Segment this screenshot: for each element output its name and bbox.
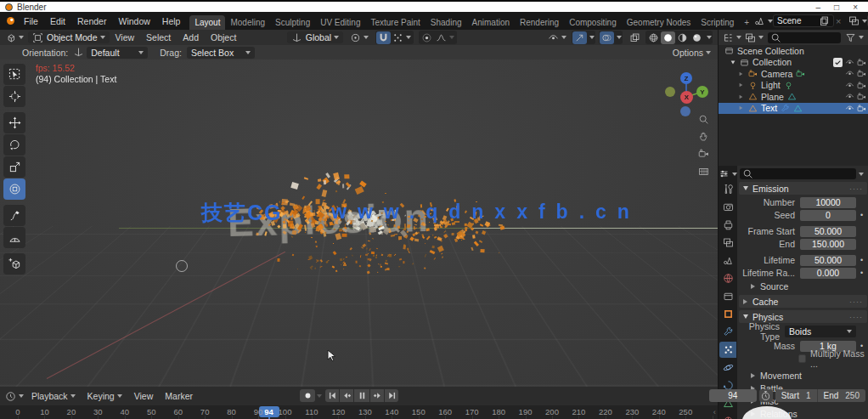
- viewport-menu-select[interactable]: Select: [140, 31, 177, 44]
- shading-wireframe-button[interactable]: [646, 31, 661, 44]
- show-overlays-toggle[interactable]: [600, 31, 614, 44]
- properties-tab-modifiers[interactable]: [719, 324, 736, 340]
- gizmo-y-axis[interactable]: Y: [696, 86, 708, 98]
- outliner-row-text[interactable]: Text: [719, 103, 868, 115]
- gizmo-z-axis[interactable]: Z: [680, 72, 692, 84]
- viewport-menu-view[interactable]: View: [110, 31, 141, 44]
- outliner-row-camera[interactable]: Camera: [719, 68, 868, 80]
- cameraobj-data-icon[interactable]: [796, 69, 805, 78]
- tool-annotate[interactable]: [3, 205, 25, 226]
- menu-render[interactable]: Render: [71, 14, 112, 28]
- tool-select-box[interactable]: [3, 64, 25, 85]
- snap-settings-button[interactable]: [391, 31, 413, 44]
- minimize-button[interactable]: –: [816, 3, 821, 12]
- scene-name-field[interactable]: Scene: [773, 14, 834, 27]
- value-field[interactable]: 50.000: [800, 226, 856, 237]
- render-visibility-icon[interactable]: [857, 92, 866, 101]
- camera-view-control[interactable]: [694, 144, 713, 161]
- timeline-menu-view[interactable]: View: [128, 389, 160, 403]
- emission-section-header[interactable]: Emission ····: [739, 182, 867, 195]
- collection-checkbox[interactable]: [833, 58, 843, 67]
- proportional-edit-toggle[interactable]: [420, 31, 434, 44]
- record-button[interactable]: [300, 389, 315, 402]
- value-field[interactable]: 0.000: [800, 268, 856, 279]
- properties-tab-world[interactable]: [719, 270, 736, 286]
- timeline-menu-keying[interactable]: Keying: [82, 389, 128, 403]
- workspace-tab-scripting[interactable]: Scripting: [696, 15, 739, 30]
- options-button[interactable]: Options: [673, 48, 711, 58]
- show-object-types-button[interactable]: [546, 31, 568, 44]
- render-visibility-icon[interactable]: [857, 81, 866, 90]
- subpanel-source[interactable]: Source: [739, 280, 867, 292]
- pause-button[interactable]: [354, 389, 369, 402]
- pan-control[interactable]: [694, 127, 713, 144]
- value-field[interactable]: 150.000: [800, 239, 856, 250]
- shading-solid-button[interactable]: [661, 31, 675, 44]
- current-frame-field[interactable]: 94: [709, 389, 757, 402]
- tool-move[interactable]: [3, 112, 25, 133]
- outliner-filter-button[interactable]: [843, 31, 865, 44]
- value-field[interactable]: 50.000: [800, 255, 856, 266]
- properties-tab-physics[interactable]: [719, 360, 736, 376]
- viewport-menu-object[interactable]: Object: [205, 31, 242, 44]
- frame-end-field[interactable]: End250: [817, 389, 865, 402]
- workspace-tab-animation[interactable]: Animation: [467, 15, 515, 30]
- hide-icon[interactable]: [845, 92, 854, 101]
- render-visibility-icon[interactable]: [857, 69, 866, 78]
- outliner-row-plane[interactable]: Plane: [719, 91, 868, 103]
- animate-dot[interactable]: •: [856, 269, 867, 277]
- multiply-mass-checkbox[interactable]: [798, 354, 806, 363]
- subpanel-movement[interactable]: Movement: [739, 369, 867, 382]
- frame-start-field[interactable]: Start1: [775, 389, 817, 402]
- xray-toggle[interactable]: [628, 31, 642, 44]
- editor-type-button[interactable]: [3, 31, 25, 44]
- jump-to-start-button[interactable]: [325, 389, 339, 402]
- outliner-search-input[interactable]: [768, 32, 841, 43]
- next-keyframe-button[interactable]: [370, 389, 384, 402]
- hide-icon[interactable]: [845, 104, 854, 113]
- previous-keyframe-button[interactable]: [340, 389, 353, 402]
- workspace-tab-texture-paint[interactable]: Texture Paint: [365, 15, 425, 30]
- orientation-dropdown[interactable]: Global: [287, 31, 343, 43]
- scene-icon[interactable]: [754, 15, 765, 26]
- value-field[interactable]: 0: [800, 210, 856, 221]
- properties-tab-object[interactable]: [719, 306, 736, 322]
- workspace-tab-sculpting[interactable]: Sculpting: [270, 15, 315, 30]
- properties-tab-render[interactable]: [719, 199, 736, 215]
- unlink-scene-icon[interactable]: ×: [836, 16, 841, 26]
- jump-to-end-button[interactable]: [385, 389, 398, 402]
- viewlayer-icon[interactable]: [848, 15, 860, 26]
- gizmo-neg-x-axis[interactable]: [665, 87, 675, 97]
- meshtri-data-icon[interactable]: [787, 92, 797, 101]
- outliner-row-light[interactable]: Light: [719, 80, 868, 92]
- cache-section-header[interactable]: Cache ····: [739, 295, 867, 308]
- timeline-menu-playback[interactable]: Playback: [25, 389, 82, 403]
- shading-material-button[interactable]: [675, 31, 690, 44]
- properties-tab-output[interactable]: [719, 217, 736, 233]
- physics-type-dropdown[interactable]: Boids: [785, 326, 856, 337]
- animate-dot[interactable]: •: [856, 256, 867, 264]
- hide-icon[interactable]: [845, 69, 854, 78]
- workspace-tab-modeling[interactable]: Modeling: [225, 15, 270, 30]
- outliner-row-scene-collection[interactable]: Scene Collection: [719, 45, 868, 57]
- workspace-tab-layout[interactable]: Layout: [189, 15, 225, 30]
- animate-dot[interactable]: •: [856, 211, 867, 219]
- menu-file[interactable]: File: [18, 14, 44, 28]
- gizmo-neg-z-axis[interactable]: [680, 106, 690, 116]
- add-workspace-button[interactable]: +: [739, 15, 754, 30]
- wrench-data-icon[interactable]: [781, 104, 790, 113]
- show-gizmo-toggle[interactable]: [572, 31, 587, 44]
- properties-tab-tool[interactable]: [719, 181, 736, 197]
- workspace-tab-shading[interactable]: Shading: [426, 15, 467, 30]
- viewport-menu-add[interactable]: Add: [177, 31, 205, 44]
- shading-rendered-button[interactable]: [690, 31, 704, 44]
- ortho-toggle-control[interactable]: [694, 161, 713, 178]
- menu-help[interactable]: Help: [156, 14, 187, 28]
- workspace-tab-uv-editing[interactable]: UV Editing: [315, 15, 365, 30]
- pivot-point-button[interactable]: [348, 31, 370, 44]
- workspace-tab-rendering[interactable]: Rendering: [515, 15, 564, 30]
- outliner-row-collection[interactable]: Collection: [719, 57, 868, 69]
- properties-tab-collection[interactable]: [719, 288, 736, 304]
- maximize-button[interactable]: □: [834, 3, 839, 12]
- tool-add-cube[interactable]: [3, 253, 25, 275]
